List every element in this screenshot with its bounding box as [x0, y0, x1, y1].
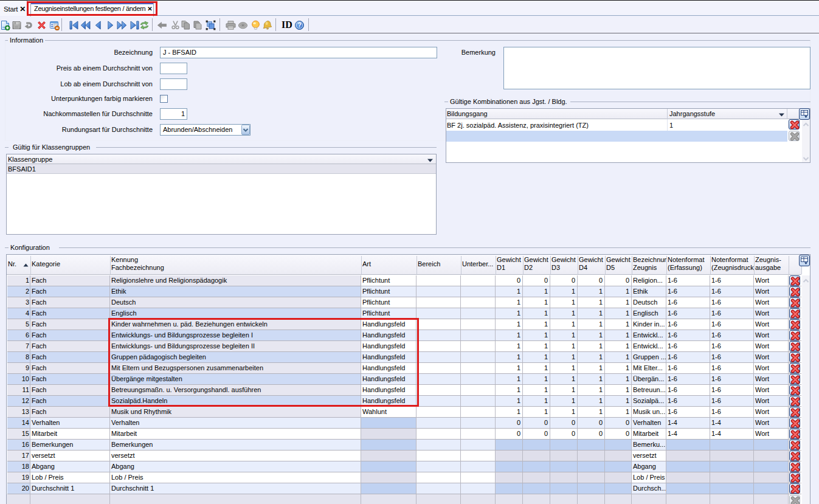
svg-text:?: ? [297, 22, 301, 29]
